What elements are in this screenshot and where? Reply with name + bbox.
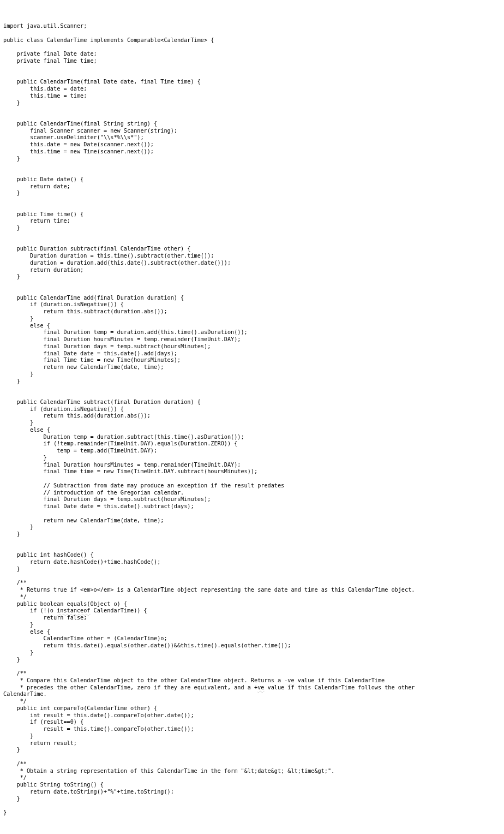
code-line: } (3, 378, 20, 384)
code-line: final Duration days = temp.subtract(hour… (3, 343, 211, 349)
code-line: */ (3, 775, 27, 781)
code-line: if (!(o instanceof CalendarTime)) { (3, 607, 147, 613)
code-line: public Duration subtract(final CalendarT… (3, 246, 190, 252)
code-line: } (3, 622, 33, 628)
code-line: import java.util.Scanner; (3, 23, 87, 29)
code-line: return new CalendarTime(date, time); (3, 517, 164, 523)
code-line: } (3, 531, 20, 537)
code-line: public int hashCode() { (3, 552, 94, 558)
code-line: * Obtain a string representation of this… (3, 768, 334, 774)
code-line: } (3, 524, 33, 530)
code-line: /** (3, 670, 27, 676)
code-line: else { (3, 629, 50, 635)
code-line: } (3, 657, 20, 663)
spellcheck-underline: instanceof (57, 607, 90, 613)
code-line: return this.subtract(duration.abs()); (3, 308, 167, 314)
code-line: this.time = time; (3, 93, 87, 99)
spellcheck-underline: ve (257, 684, 264, 690)
code-line: final Duration days = temp.subtract(hour… (3, 496, 211, 502)
code-line: // introduction of the Gregorian calenda… (3, 490, 184, 496)
code-line: CalendarTime. (3, 691, 47, 697)
code-line: return date.toString()+"%"+time.toString… (3, 789, 174, 795)
code-line: } (3, 190, 20, 196)
code-line: * Returns true if <em>o</em> is a Calend… (3, 587, 415, 593)
code-line: public Date date() { (3, 176, 83, 182)
code-line: if (duration.isNegative()) { (3, 406, 124, 412)
code-line: */ (3, 698, 27, 704)
code-line: } (3, 650, 33, 656)
code-line: /** (3, 761, 27, 767)
code-line: else { (3, 323, 50, 329)
code-line: final Scanner scanner = new Scanner(stri… (3, 128, 177, 134)
code-line: this.date = date; (3, 86, 87, 92)
code-line: public CalendarTime add(final Duration d… (3, 295, 184, 301)
code-line: } (3, 747, 20, 753)
code-line: if (result==0) { (3, 719, 83, 725)
code-line: } (3, 225, 20, 231)
code-line: return result; (3, 740, 77, 746)
code-line: return duration; (3, 267, 83, 273)
code-line: } (3, 100, 20, 106)
code-line: return this.date().equals(other.date())&… (3, 642, 291, 648)
code-line: } (3, 733, 33, 739)
code-line: return new CalendarTime(date, time); (3, 364, 164, 370)
code-line: public CalendarTime(final Date date, fin… (3, 79, 201, 85)
code-line: if (!temp.remainder(TimeUnit.DAY).equals… (3, 440, 237, 446)
code-line: public CalendarTime(final String string)… (3, 121, 157, 127)
code-line: duration = duration.add(this.date().subt… (3, 260, 231, 266)
code-line: } (3, 420, 33, 426)
code-line: } (3, 809, 7, 815)
code-line: this.time = new Time(scanner.next()); (3, 148, 154, 154)
code-line: Duration temp = duration.subtract(this.t… (3, 434, 244, 440)
code-line: */ (3, 594, 27, 600)
code-line: scanner.useDelimiter("\\s*%\\s*"); (3, 134, 144, 140)
code-line: public CalendarTime subtract(final Durat… (3, 399, 201, 405)
code-line: final Date date = this.date().subtract(d… (3, 503, 194, 509)
code-line: else { (3, 427, 50, 433)
code-line: } (3, 315, 33, 321)
code-line: private final Date date; (3, 51, 97, 57)
code-line: } (3, 566, 20, 572)
code-line: if (duration.isNegative()) { (3, 301, 124, 307)
code-line: } (3, 156, 20, 162)
code-line: final Duration hoursMinutes = temp.remai… (3, 336, 241, 342)
code-line: final Date date = this.date().add(days); (3, 350, 177, 356)
code-line: result = this.time().compareTo(other.tim… (3, 726, 194, 732)
code-line: return date; (3, 183, 70, 189)
code-line: public Time time() { (3, 211, 83, 217)
code-line: public boolean equals(Object o) { (3, 601, 127, 607)
code-line: return this.add(duration.abs()); (3, 413, 151, 419)
code-line: public class CalendarTime implements Com… (3, 37, 214, 43)
code-line: public int compareTo(CalendarTime other)… (3, 705, 157, 711)
code-line: } (3, 273, 20, 279)
code-line: final Time time = new Time(TimeUnit.DAY.… (3, 468, 257, 474)
code-line: * Compare this CalendarTime object to th… (3, 677, 385, 683)
code-block: import java.util.Scanner; public class C… (3, 23, 504, 817)
code-line: final Time time = new Time(hoursMinutes)… (3, 357, 181, 363)
code-line: temp = temp.add(TimeUnit.DAY); (3, 448, 157, 454)
code-line: final Duration temp = duration.add(this.… (3, 329, 248, 335)
code-line: } (3, 796, 20, 802)
code-line: // Subtraction from date may produce an … (3, 482, 284, 489)
code-line: } (3, 371, 33, 377)
code-line: this.date = new Date(scanner.next()); (3, 141, 154, 147)
code-line: return date.hashCode()+time.hashCode(); (3, 559, 160, 565)
code-line: Duration duration = this.time().subtract… (3, 253, 214, 259)
code-line: CalendarTime other = (CalendarTime)o; (3, 635, 167, 641)
code-line: return false; (3, 615, 87, 621)
code-line: private final Time time; (3, 58, 97, 64)
code-line: } (3, 455, 47, 461)
code-line: * precedes the other CalendarTime, zero … (3, 684, 415, 690)
code-line: return time; (3, 218, 70, 224)
code-line: public String toString() { (3, 782, 104, 788)
code-line: /** (3, 580, 27, 586)
code-line: int result = this.date().compareTo(other… (3, 712, 194, 718)
spellcheck-underline: ve (287, 677, 294, 683)
code-line: final Duration hoursMinutes = temp.remai… (3, 462, 241, 468)
